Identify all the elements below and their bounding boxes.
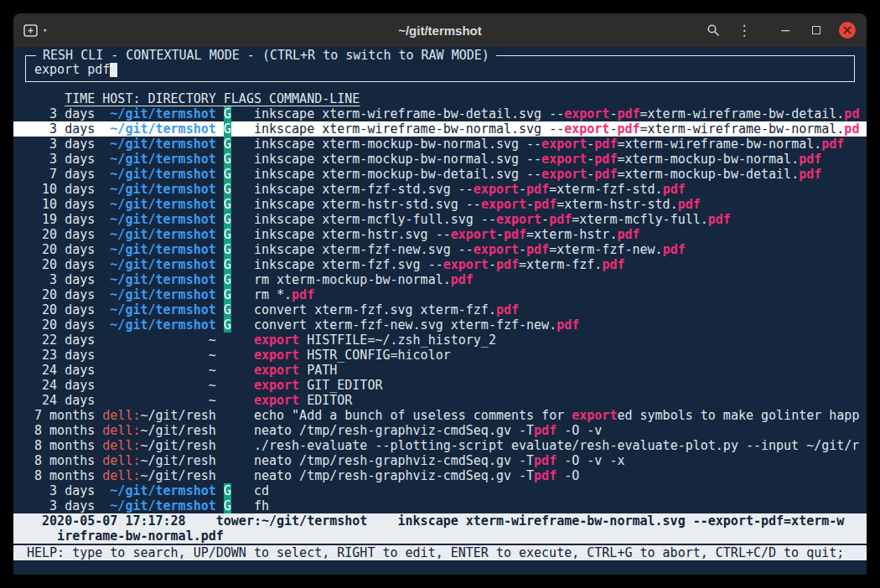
history-row[interactable]: 7 months dell:~/git/resh echo "Add a bun… (13, 408, 867, 423)
history-row[interactable]: 10 days ~/git/termshot G inkscape xterm-… (13, 182, 867, 197)
history-row[interactable]: 24 days ~ export PATH (13, 363, 867, 378)
terminal-screen: RESH CLI - CONTEXTUAL MODE - (CTRL+R to … (13, 47, 867, 575)
search-icon (707, 23, 720, 37)
search-input[interactable]: export pdf (34, 62, 847, 77)
mode-title: RESH CLI - CONTEXTUAL MODE - (CTRL+R to … (36, 48, 496, 63)
history-row[interactable]: 24 days ~ export GIT_EDITOR (13, 378, 867, 393)
close-icon (839, 22, 856, 39)
menu-kebab-icon: ⋮ (738, 23, 752, 38)
history-row[interactable]: 3 days ~/git/termshot G inkscape xterm-m… (13, 137, 867, 152)
new-tab-button[interactable]: ▾ (23, 19, 47, 41)
restore-button[interactable] (807, 19, 826, 41)
history-row[interactable]: 8 months dell:~/git/resh neato /tmp/resh… (13, 423, 867, 438)
history-row[interactable]: 3 days ~/git/termshot G inkscape xterm-m… (13, 152, 867, 167)
close-button[interactable] (838, 19, 857, 41)
history-row[interactable]: 3 days ~/git/termshot G inkscape xterm-w… (13, 106, 867, 121)
new-tab-icon (23, 24, 38, 37)
minimize-button[interactable]: – (776, 19, 795, 41)
search-query-text: export pdf (34, 62, 110, 77)
history-row[interactable]: 3 days ~/git/termshot G fh (13, 498, 867, 513)
restore-icon (812, 26, 820, 34)
history-row[interactable]: 3 days ~/git/termshot G cd (13, 483, 867, 498)
search-box: RESH CLI - CONTEXTUAL MODE - (CTRL+R to … (25, 55, 855, 82)
status-bar: 2020-05-07 17:17:28 tower:~/git/termshot… (13, 513, 867, 544)
history-row[interactable]: 24 days ~ export EDITOR (13, 393, 867, 408)
history-row[interactable]: 8 months dell:~/git/resh neato /tmp/resh… (13, 468, 867, 483)
history-row[interactable]: 20 days ~/git/termshot G inkscape xterm-… (13, 257, 867, 272)
status-line-2: ireframe-bw-normal.pdf (13, 529, 867, 544)
history-row[interactable]: 20 days ~/git/termshot G inkscape xterm-… (13, 227, 867, 242)
history-row[interactable]: 3 days ~/git/termshot G inkscape xterm-w… (13, 121, 867, 137)
history-row[interactable]: 23 days ~ export HSTR_CONFIG=hicolor (13, 348, 867, 363)
history-row[interactable]: 8 months dell:~/git/resh ./resh-evaluate… (13, 438, 867, 453)
history-row[interactable]: 22 days ~ export HISTFILE=~/.zsh_history… (13, 333, 867, 348)
text-cursor-block (110, 62, 117, 77)
titlebar: ▾ ~/git/termshot ⋮ – (13, 13, 867, 47)
search-button[interactable] (704, 19, 722, 41)
help-bar: HELP: type to search, UP/DOWN to select,… (13, 545, 867, 560)
history-row[interactable]: 20 days ~/git/termshot G rm *.pdf (13, 287, 867, 302)
menu-button[interactable]: ⋮ (735, 19, 753, 41)
history-row[interactable]: 19 days ~/git/termshot G inkscape xterm-… (13, 212, 867, 227)
history-row[interactable]: 10 days ~/git/termshot G inkscape xterm-… (13, 197, 867, 212)
status-line-1: 2020-05-07 17:17:28 tower:~/git/termshot… (13, 513, 867, 529)
history-row[interactable]: 20 days ~/git/termshot G convert xterm-f… (13, 317, 867, 333)
history-row[interactable]: 20 days ~/git/termshot G convert xterm-f… (13, 302, 867, 317)
history-row[interactable]: 3 days ~/git/termshot G rm xterm-mockup-… (13, 272, 867, 287)
window-title: ~/git/termshot (398, 23, 482, 38)
history-row[interactable]: 8 months dell:~/git/resh neato /tmp/resh… (13, 453, 867, 468)
history-row[interactable]: 7 days ~/git/termshot G inkscape xterm-m… (13, 167, 867, 182)
history-header: TIME HOST: DIRECTORY FLAGS COMMAND-LINE (13, 91, 867, 106)
minimize-icon: – (781, 23, 789, 37)
history-row[interactable]: 20 days ~/git/termshot G inkscape xterm-… (13, 242, 867, 257)
chevron-down-icon: ▾ (43, 26, 47, 34)
history-list: TIME HOST: DIRECTORY FLAGS COMMAND-LINE … (13, 91, 867, 513)
